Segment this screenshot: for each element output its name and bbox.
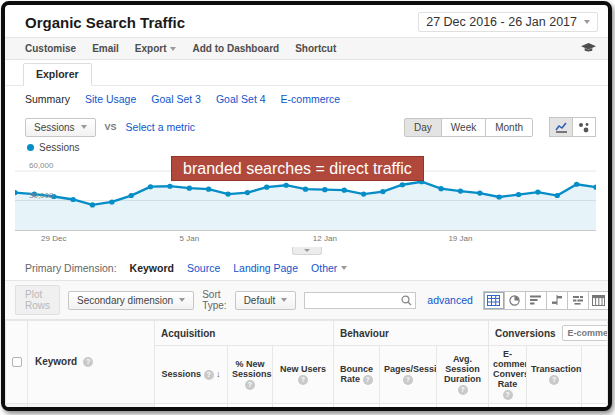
subnav-site-usage[interactable]: Site Usage bbox=[85, 93, 136, 105]
line-chart-button[interactable] bbox=[549, 117, 573, 137]
help-icon[interactable] bbox=[458, 385, 468, 395]
column-pages-session[interactable]: Pages/Session bbox=[380, 346, 437, 404]
select-all-checkbox[interactable] bbox=[12, 357, 22, 367]
help-icon[interactable] bbox=[298, 375, 308, 385]
column-bounce-rate[interactable]: Bounce Rate bbox=[334, 346, 380, 404]
granularity-week[interactable]: Week bbox=[441, 118, 486, 137]
view-table-button[interactable] bbox=[483, 291, 505, 310]
comparison-icon bbox=[551, 295, 563, 305]
subnav-goal-set-3[interactable]: Goal Set 3 bbox=[151, 93, 201, 105]
plot-rows-button[interactable]: Plot Rows bbox=[15, 285, 60, 315]
data-point[interactable] bbox=[148, 184, 153, 189]
data-point[interactable] bbox=[128, 193, 133, 198]
view-pivot-button[interactable] bbox=[588, 291, 610, 310]
metric-dropdown[interactable]: Sessions bbox=[25, 118, 96, 137]
group-conversions: Conversions E-commerce bbox=[489, 321, 608, 346]
help-icon[interactable] bbox=[549, 375, 559, 385]
data-point[interactable] bbox=[322, 187, 327, 192]
column-new-sessions[interactable]: % New Sessions bbox=[228, 346, 273, 404]
view-term-cloud-button[interactable] bbox=[567, 291, 589, 310]
data-point[interactable] bbox=[167, 184, 172, 189]
add-to-dashboard-button[interactable]: Add to Dashboard bbox=[192, 43, 279, 54]
email-button[interactable]: Email bbox=[92, 43, 119, 54]
table-group-header-row: Keyword Acquisition Behaviour Conversion… bbox=[6, 321, 608, 346]
help-icon[interactable] bbox=[403, 375, 413, 385]
data-point[interactable] bbox=[477, 191, 482, 196]
group-behaviour: Behaviour bbox=[334, 321, 489, 346]
advanced-search-link[interactable]: advanced bbox=[427, 294, 473, 306]
data-point[interactable] bbox=[283, 183, 288, 188]
customise-button[interactable]: Customise bbox=[25, 43, 76, 54]
help-icon[interactable] bbox=[363, 375, 373, 385]
data-point[interactable] bbox=[187, 186, 192, 191]
data-point[interactable] bbox=[90, 202, 95, 207]
view-performance-button[interactable] bbox=[525, 291, 547, 310]
subnav-ecommerce[interactable]: E-commerce bbox=[281, 93, 341, 105]
annotation: branded searches = direct traffic bbox=[171, 156, 424, 181]
search-icon[interactable] bbox=[401, 295, 412, 306]
data-point[interactable] bbox=[245, 190, 250, 195]
view-percentage-button[interactable] bbox=[504, 291, 526, 310]
sort-type-dropdown[interactable]: Default bbox=[235, 291, 297, 310]
data-point[interactable] bbox=[535, 190, 540, 195]
column-transactions[interactable]: Transactions bbox=[527, 346, 582, 404]
dimension-keyword[interactable]: Keyword bbox=[130, 262, 174, 274]
secondary-dimension-dropdown[interactable]: Secondary dimension bbox=[68, 291, 194, 310]
data-point[interactable] bbox=[516, 192, 521, 197]
x-axis-labels: 29 Dec5 Jan12 Jan19 Jan bbox=[15, 234, 596, 246]
chevron-down-icon bbox=[281, 298, 287, 302]
data-point[interactable] bbox=[438, 186, 443, 191]
totals-keyword-cell bbox=[28, 403, 155, 411]
tab-explorer[interactable]: Explorer bbox=[23, 63, 92, 86]
granularity-day[interactable]: Day bbox=[404, 118, 442, 137]
export-menu[interactable]: Export bbox=[135, 43, 177, 54]
page-title: Organic Search Traffic bbox=[25, 14, 185, 31]
data-point[interactable] bbox=[574, 182, 579, 187]
column-sessions[interactable]: Sessions ↓ bbox=[155, 346, 228, 404]
data-point[interactable] bbox=[380, 189, 385, 194]
select-metric-link[interactable]: Select a metric bbox=[126, 121, 195, 133]
column-ecommerce-rate[interactable]: E-commerce Conversion Rate bbox=[489, 346, 527, 404]
shortcut-button[interactable]: Shortcut bbox=[295, 43, 336, 54]
column-revenue-partial[interactable] bbox=[582, 346, 608, 404]
chart-collapse-handle[interactable] bbox=[292, 247, 322, 255]
data-point[interactable] bbox=[555, 193, 560, 198]
help-icon[interactable] bbox=[503, 390, 513, 400]
keyword-column-header[interactable]: Keyword bbox=[28, 321, 155, 404]
dimension-landing-page[interactable]: Landing Page bbox=[233, 262, 298, 274]
data-point[interactable] bbox=[206, 187, 211, 192]
data-point[interactable] bbox=[400, 182, 405, 187]
column-avg-duration[interactable]: Avg. Session Duration bbox=[437, 346, 489, 404]
subnav-summary[interactable]: Summary bbox=[25, 93, 70, 105]
granularity-month[interactable]: Month bbox=[485, 118, 533, 137]
help-icon[interactable] bbox=[83, 357, 93, 367]
column-new-users[interactable]: New Users bbox=[273, 346, 334, 404]
academy-button[interactable] bbox=[581, 43, 596, 54]
dimension-other-menu[interactable]: Other bbox=[311, 262, 347, 274]
data-point[interactable] bbox=[225, 192, 230, 197]
conversions-selector[interactable]: E-commerce bbox=[562, 325, 608, 341]
date-range-selector[interactable]: 27 Dec 2016 - 26 Jan 2017 bbox=[418, 12, 598, 32]
data-point[interactable] bbox=[458, 189, 463, 194]
data-point[interactable] bbox=[496, 194, 501, 199]
subnav: Summary Site Usage Goal Set 3 Goal Set 4… bbox=[5, 86, 608, 111]
data-point[interactable] bbox=[342, 188, 347, 193]
tab-strip: Explorer bbox=[5, 60, 608, 86]
data-point[interactable] bbox=[264, 185, 269, 190]
view-comparison-button[interactable] bbox=[546, 291, 568, 310]
subnav-goal-set-4[interactable]: Goal Set 4 bbox=[216, 93, 266, 105]
help-icon[interactable] bbox=[204, 370, 214, 380]
data-point[interactable] bbox=[303, 187, 308, 192]
help-icon[interactable] bbox=[245, 380, 255, 390]
data-point[interactable] bbox=[361, 192, 366, 197]
search-input[interactable] bbox=[304, 292, 416, 309]
dimension-source[interactable]: Source bbox=[187, 262, 220, 274]
motion-chart-button[interactable] bbox=[572, 117, 596, 137]
totals-ecommerce: 3.89% bbox=[495, 409, 520, 412]
chevron-down-icon bbox=[81, 125, 87, 129]
sort-desc-icon: ↓ bbox=[216, 369, 221, 379]
term-cloud-icon bbox=[572, 295, 584, 305]
totals-row: 1,112,092% of Total: 28.77% (3,865,826) … bbox=[6, 403, 608, 411]
data-point[interactable] bbox=[109, 199, 114, 204]
data-point[interactable] bbox=[70, 197, 75, 202]
